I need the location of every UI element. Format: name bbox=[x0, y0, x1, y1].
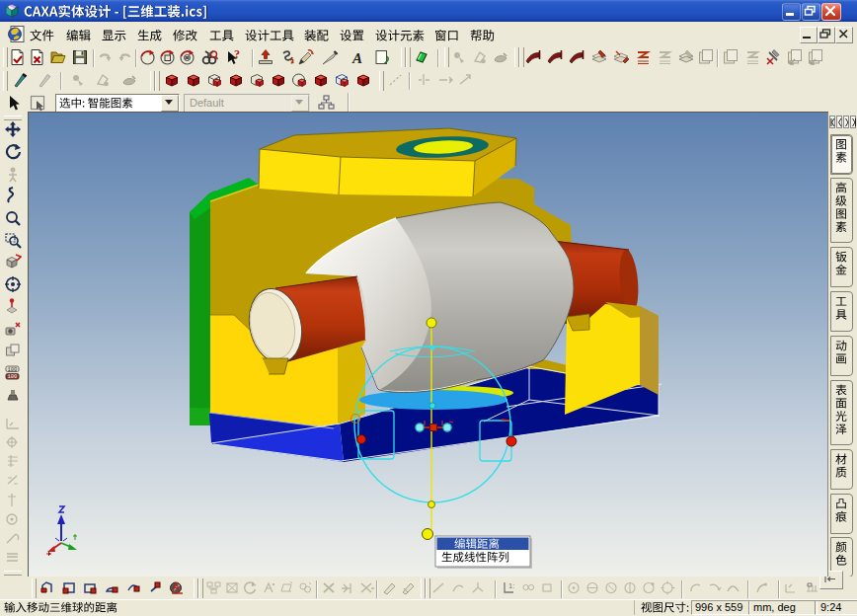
svg-text:A: A bbox=[172, 580, 181, 594]
svg-text:100: 100 bbox=[8, 373, 18, 380]
svg-text:100: 100 bbox=[8, 366, 18, 373]
svg-text:?: ? bbox=[234, 48, 240, 61]
svg-text:1:: 1: bbox=[508, 581, 514, 590]
svg-text:A: A bbox=[351, 50, 362, 66]
